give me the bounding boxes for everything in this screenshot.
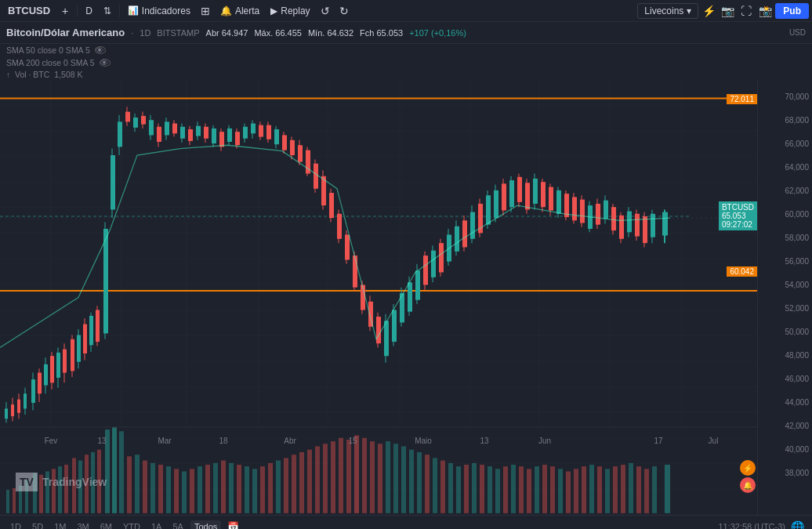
svg-text:17: 17 [654, 437, 662, 445]
tf-1a-button[interactable]: 1A [147, 520, 165, 530]
svg-rect-44 [89, 316, 93, 345]
indicator-row-1: SMA 50 close 0 SMA 5 👁 [0, 44, 812, 56]
svg-rect-58 [141, 116, 146, 125]
sma1-eye-button[interactable]: 👁 [95, 46, 106, 54]
svg-rect-182 [627, 212, 632, 233]
svg-rect-18 [5, 408, 8, 418]
timestamp: 11:32:58 (UTC-3) [718, 522, 785, 530]
bottom-bar: 1D 5D 1M 3M 6M YTD 1A 5A Todos 📅 11:32:5… [0, 515, 812, 529]
svg-rect-150 [502, 183, 506, 210]
svg-rect-245 [409, 450, 414, 513]
svg-rect-134 [439, 243, 444, 272]
svg-rect-273 [629, 463, 633, 513]
svg-rect-215 [174, 469, 179, 513]
sma2-label: SMA 200 close 0 SMA 5 [6, 58, 95, 67]
price-70000: 70,000 [785, 92, 809, 101]
timeframe-button[interactable]: D [81, 4, 97, 18]
tf-3m-button[interactable]: 3M [73, 520, 92, 530]
chart-svg: Fev 13 Mar 18 Abr 15 Maio 13 Jun 17 Jul [0, 80, 757, 515]
svg-rect-146 [486, 195, 491, 224]
svg-rect-228 [276, 461, 281, 513]
tf-ytd-button[interactable]: YTD [119, 520, 144, 530]
svg-rect-248 [433, 458, 437, 513]
svg-rect-132 [431, 251, 436, 277]
tf-5d-button[interactable]: 5D [28, 520, 47, 530]
svg-rect-239 [362, 438, 367, 513]
sma2-eye-button[interactable]: 👁 [100, 59, 111, 67]
calendar-button[interactable]: 📅 [224, 518, 241, 530]
alert-circle-icon[interactable]: 🔔 [740, 477, 756, 493]
svg-rect-257 [503, 466, 508, 513]
svg-rect-235 [331, 441, 335, 513]
svg-rect-52 [118, 121, 122, 147]
sparkle-icon[interactable]: ⚡ [700, 2, 717, 20]
publish-button[interactable]: Pub [775, 3, 809, 19]
redo-button[interactable]: ↻ [335, 2, 353, 20]
svg-rect-106 [329, 193, 334, 218]
svg-rect-184 [635, 214, 640, 237]
svg-rect-168 [572, 197, 577, 220]
svg-rect-271 [613, 466, 618, 513]
svg-rect-230 [292, 455, 296, 513]
svg-rect-72 [196, 126, 201, 136]
svg-rect-234 [323, 444, 328, 513]
svg-rect-164 [556, 190, 561, 214]
svg-rect-220 [213, 463, 218, 513]
svg-rect-102 [314, 164, 318, 189]
svg-text:Abr: Abr [284, 437, 296, 445]
svg-rect-208 [119, 431, 124, 513]
svg-rect-236 [339, 438, 343, 513]
indicator-row-2: SMA 200 close 0 SMA 5 👁 [0, 56, 812, 69]
svg-rect-86 [251, 124, 256, 134]
chart-main[interactable]: Fev 13 Mar 18 Abr 15 Maio 13 Jun 17 Jul … [0, 80, 757, 515]
camera-icon[interactable]: 📷 [719, 2, 736, 20]
svg-rect-154 [517, 177, 522, 202]
snapshot-icon[interactable]: 📸 [756, 2, 774, 20]
symbol-button[interactable]: BTCUSD [3, 3, 55, 18]
price-56000: 56,000 [785, 257, 809, 266]
alert-button[interactable]: 🔔 Alerta [216, 4, 264, 18]
svg-rect-142 [470, 212, 475, 239]
undo-button[interactable]: ↺ [317, 2, 334, 20]
divider-2 [119, 5, 120, 17]
divider-1 [77, 5, 78, 17]
price-axis: 70,000 68,000 66,000 64,000 62,000 60,00… [757, 80, 812, 515]
add-symbol-button[interactable]: + [56, 2, 74, 20]
svg-rect-84 [243, 127, 248, 139]
svg-rect-188 [651, 214, 655, 237]
tf-6m-button[interactable]: 6M [96, 520, 116, 530]
lightning-icon[interactable]: ⚡ [740, 460, 756, 476]
fullscreen-icon[interactable]: ⛶ [738, 2, 755, 20]
svg-rect-138 [455, 226, 459, 252]
tf-1m-button[interactable]: 1M [50, 520, 70, 530]
globe-icon[interactable]: 🌐 [788, 518, 806, 530]
svg-rect-254 [480, 465, 484, 513]
svg-rect-217 [190, 469, 194, 513]
livecoins-button[interactable]: Livecoins ▾ [637, 3, 698, 19]
svg-rect-233 [315, 446, 320, 513]
indicators-icon: 📊 [128, 5, 139, 16]
svg-rect-276 [652, 466, 657, 513]
tf-1d-button[interactable]: 1D [6, 520, 25, 530]
tf-5a-button[interactable]: 5A [169, 520, 187, 530]
svg-rect-246 [417, 452, 422, 513]
svg-rect-92 [274, 129, 279, 144]
price-66000: 66,000 [785, 139, 809, 148]
exchange-tag: BITSTAMP [157, 28, 199, 38]
svg-rect-66 [172, 124, 177, 134]
svg-text:Jul: Jul [709, 437, 719, 445]
templates-button[interactable]: ⊞ [197, 2, 214, 20]
svg-rect-241 [378, 444, 382, 513]
svg-rect-223 [237, 465, 241, 513]
svg-rect-96 [290, 140, 295, 155]
svg-rect-252 [464, 465, 469, 513]
svg-rect-122 [392, 310, 397, 342]
replay-button[interactable]: ▶ Replay [266, 4, 314, 18]
tf-todos-button[interactable]: Todos [190, 520, 221, 530]
compare-icon[interactable]: ⇅ [99, 2, 116, 20]
price-50000: 50,000 [785, 328, 809, 336]
vol-label: Vol · BTC [15, 70, 49, 79]
svg-rect-256 [495, 469, 500, 513]
svg-rect-160 [541, 182, 546, 207]
indicators-button[interactable]: 📊 Indicadores [123, 4, 195, 18]
